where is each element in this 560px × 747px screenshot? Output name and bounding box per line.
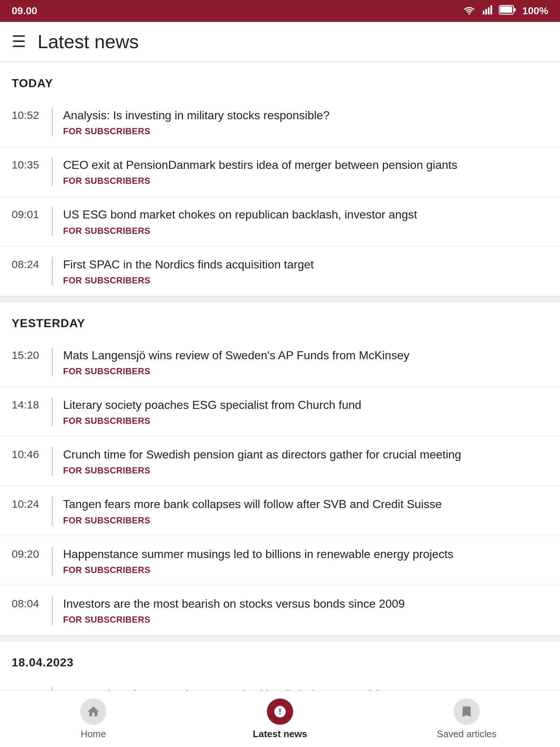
news-body: Literary society poaches ESG specialist … [63,397,548,426]
status-bar: 09.00 1 [0,0,560,22]
news-body: Analysis: Is investing in military stock… [63,108,548,136]
page-title: Latest news [38,31,139,53]
news-divider [52,157,53,186]
latest-news-label: Latest news [253,728,307,740]
news-divider [52,348,53,376]
news-headline: Mats Langensjö wins review of Sweden's A… [63,348,548,363]
subscriber-badge: FOR SUBSCRIBERS [63,465,548,476]
signal-icon [482,5,493,18]
section-yesterday: YESTERDAY 15:20 Mats Langensjö wins revi… [0,302,560,635]
news-headline: First SPAC in the Nordics finds acquisit… [63,257,548,272]
subscriber-badge: FOR SUBSCRIBERS [63,126,548,136]
wifi-icon [462,5,476,18]
news-item[interactable]: 10:24 Tangen fears more bank collapses w… [0,486,560,536]
news-divider [52,447,53,476]
news-item[interactable]: 10:52 Analysis: Is investing in military… [0,97,560,147]
news-item[interactable]: 15:20 Mats Langensjö wins review of Swed… [0,337,560,387]
status-right: 100% [462,5,548,18]
news-headline: Crunch time for Swedish pension giant as… [63,447,548,462]
news-headline: Tangen fears more bank collapses will fo… [63,496,548,512]
subscriber-badge: FOR SUBSCRIBERS [63,565,548,575]
svg-rect-5 [514,8,516,12]
news-body: First SPAC in the Nordics finds acquisit… [63,257,548,286]
subscriber-badge: FOR SUBSCRIBERS [63,615,548,625]
section-separator [0,296,560,302]
section-today: TODAY 10:52 Analysis: Is investing in mi… [0,62,560,296]
news-divider [52,546,53,575]
news-body: Crunch time for Swedish pension giant as… [63,447,548,476]
news-divider [52,257,53,286]
subscriber-badge: FOR SUBSCRIBERS [63,176,548,186]
news-divider [52,496,53,525]
news-divider [52,207,53,236]
news-headline: Analysis: Is investing in military stock… [63,108,548,123]
news-item[interactable]: 09:01 US ESG bond market chokes on repub… [0,197,560,246]
news-headline: Happenstance summer musings led to billi… [63,546,548,562]
svg-rect-0 [483,11,485,15]
news-item[interactable]: 09:20 Happenstance summer musings led to… [0,536,560,586]
top-navigation: ☰ Latest news [0,22,560,62]
news-time: 08:04 [12,596,52,610]
news-body: CEO exit at PensionDanmark bestirs idea … [63,157,548,186]
news-time: 10:35 [12,157,52,171]
news-content: TODAY 10:52 Analysis: Is investing in mi… [0,62,560,747]
bottom-nav-item-home[interactable]: Home [0,698,187,740]
news-item[interactable]: 08:24 First SPAC in the Nordics finds ac… [0,247,560,296]
battery-icon [499,5,516,18]
section-header-yesterday: YESTERDAY [0,302,560,337]
news-headline: Literary society poaches ESG specialist … [63,397,548,413]
news-body: Investors are the most bearish on stocks… [63,596,548,625]
news-item[interactable]: 10:46 Crunch time for Swedish pension gi… [0,437,560,486]
home-label: Home [81,728,106,740]
news-time: 14:18 [12,397,52,411]
section-header-today: TODAY [0,62,560,97]
section-separator [0,635,560,641]
svg-rect-6 [500,6,513,13]
news-item[interactable]: 08:04 Investors are the most bearish on … [0,586,560,635]
news-time: 08:24 [12,257,52,271]
news-headline: CEO exit at PensionDanmark bestirs idea … [63,157,548,173]
news-time: 10:24 [12,496,52,510]
svg-rect-3 [491,5,493,15]
news-divider [52,397,53,426]
bottom-navigation: Home Latest news Saved articles [0,690,560,747]
subscriber-badge: FOR SUBSCRIBERS [63,416,548,426]
bottom-nav-item-latest-news[interactable]: Latest news [187,698,373,740]
news-time: 15:20 [12,348,52,361]
news-body: Mats Langensjö wins review of Sweden's A… [63,348,548,376]
news-item[interactable]: 14:18 Literary society poaches ESG speci… [0,387,560,437]
news-icon [267,698,293,725]
status-time: 09.00 [12,5,37,17]
news-time: 10:52 [12,108,52,121]
news-time: 09:20 [12,546,52,560]
news-time: 09:01 [12,207,52,221]
bookmark-icon [454,698,480,725]
news-headline: US ESG bond market chokes on republican … [63,207,548,222]
svg-rect-1 [486,9,487,14]
news-item[interactable]: 10:35 CEO exit at PensionDanmark bestirs… [0,147,560,197]
news-time: 10:46 [12,447,52,461]
news-headline: Investors are the most bearish on stocks… [63,596,548,612]
bottom-nav-item-saved-articles[interactable]: Saved articles [373,698,560,740]
news-body: US ESG bond market chokes on republican … [63,207,548,236]
subscriber-badge: FOR SUBSCRIBERS [63,366,548,376]
saved-articles-label: Saved articles [437,728,496,740]
subscriber-badge: FOR SUBSCRIBERS [63,515,548,526]
section-header-april18: 18.04.2023 [0,641,560,677]
news-divider [52,108,53,136]
hamburger-menu-button[interactable]: ☰ [12,34,26,50]
news-divider [52,596,53,625]
subscriber-badge: FOR SUBSCRIBERS [63,275,548,286]
battery-percentage: 100% [522,5,548,17]
news-body: Tangen fears more bank collapses will fo… [63,496,548,525]
svg-rect-2 [488,7,490,15]
home-icon [80,698,106,725]
subscriber-badge: FOR SUBSCRIBERS [63,226,548,236]
news-body: Happenstance summer musings led to billi… [63,546,548,575]
